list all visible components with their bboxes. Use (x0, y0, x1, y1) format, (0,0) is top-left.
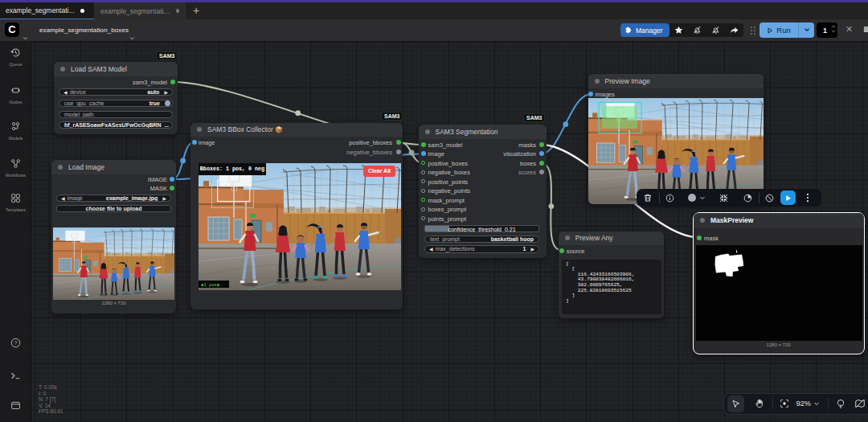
svg-text:?: ? (14, 340, 18, 346)
svg-text:▮1 pos▮: ▮1 pos▮ (201, 282, 219, 288)
